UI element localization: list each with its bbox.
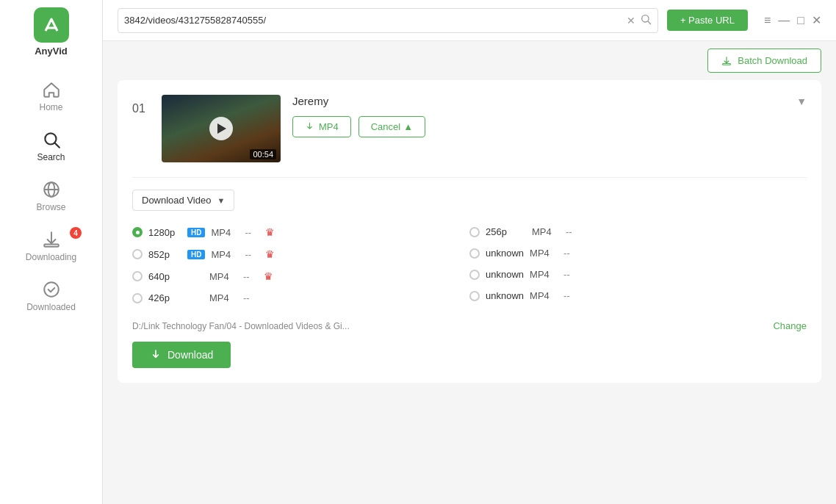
video-row: 01 00:54 Jeremy ▼ [132, 95, 807, 162]
quality-row-256[interactable]: 256p MP4 -- [469, 221, 807, 242]
dash-unknown2: -- [563, 269, 578, 280]
crown-icon-852: ♛ [265, 248, 275, 260]
radio-256[interactable] [469, 227, 480, 237]
video-title: Jeremy [292, 95, 328, 107]
sidebar-item-downloading[interactable]: 4 Downloading [0, 221, 102, 271]
download-button[interactable]: Download [132, 342, 231, 368]
sidebar-item-search[interactable]: Search [0, 121, 102, 171]
window-controls: ≡ — □ ✕ [764, 15, 821, 26]
mp4-label: MP4 [319, 121, 339, 132]
quality-row-unknown1[interactable]: unknown MP4 -- [469, 242, 807, 264]
dash-unknown1: -- [563, 248, 578, 259]
radio-852[interactable] [132, 249, 143, 259]
paste-url-button[interactable]: + Paste URL [667, 10, 748, 31]
res-426: 426p [148, 292, 181, 303]
url-input-wrap[interactable]: 3842/videos/4312755828740555/ ✕ [118, 8, 658, 33]
app-name: AnyVid [35, 46, 68, 57]
downloading-badge: 4 [70, 227, 82, 239]
content-area: 01 00:54 Jeremy ▼ [103, 80, 836, 504]
sidebar-label-browse: Browse [36, 202, 65, 212]
sidebar-item-browse[interactable]: Browse [0, 171, 102, 221]
menu-icon[interactable]: ≡ [764, 15, 771, 26]
video-info: Jeremy ▼ MP4 Cancel ▲ [292, 95, 807, 137]
browse-icon [42, 180, 61, 199]
downloaded-icon [42, 280, 61, 299]
download-type-row: Download Video ▼ [132, 190, 807, 211]
clear-url-button[interactable]: ✕ [627, 15, 635, 26]
sidebar-item-downloaded[interactable]: Downloaded [0, 271, 102, 321]
batch-download-label: Batch Download [738, 55, 807, 66]
video-duration: 00:54 [250, 149, 276, 159]
topbar: 3842/videos/4312755828740555/ ✕ + Paste … [103, 0, 836, 41]
dash-640: -- [243, 271, 258, 282]
close-button[interactable]: ✕ [812, 15, 821, 26]
res-256: 256p [486, 226, 519, 237]
format-256: MP4 [532, 226, 560, 237]
dash-1280: -- [245, 227, 259, 238]
chevron-down-icon[interactable]: ▼ [796, 96, 807, 107]
radio-426[interactable] [132, 293, 143, 303]
app-logo [34, 7, 69, 43]
home-icon [42, 80, 61, 99]
cancel-button[interactable]: Cancel ▲ [358, 116, 425, 137]
dash-426: -- [243, 292, 258, 303]
crown-icon-640: ♛ [264, 270, 273, 282]
quality-options-grid: 1280p HD MP4 -- ♛ 852p HD MP4 -- ♛ [132, 221, 807, 309]
svg-line-1 [54, 143, 59, 148]
url-display: 3842/videos/4312755828740555/ [124, 15, 622, 26]
res-unknown1: unknown [486, 248, 524, 259]
radio-640[interactable] [132, 271, 143, 281]
quality-row-426[interactable]: 426p MP4 -- [132, 287, 469, 309]
quality-col-left: 1280p HD MP4 -- ♛ 852p HD MP4 -- ♛ [132, 221, 469, 309]
batch-download-button[interactable]: Batch Download [707, 48, 821, 73]
sidebar-item-home[interactable]: Home [0, 71, 102, 121]
download-icon-mp4 [305, 122, 314, 132]
sidebar-label-home: Home [39, 102, 62, 112]
quality-row-852[interactable]: 852p HD MP4 -- ♛ [132, 243, 469, 265]
logo-area: AnyVid [34, 7, 69, 57]
download-type-dropdown[interactable]: Download Video ▼ [132, 190, 234, 211]
quality-col-right: 256p MP4 -- unknown MP4 -- unknown MP4 [469, 221, 807, 309]
svg-point-6 [44, 282, 59, 297]
dash-852: -- [245, 249, 259, 260]
radio-1280[interactable] [132, 227, 143, 237]
res-1280: 1280p [148, 227, 181, 238]
batch-bar: Batch Download [103, 41, 836, 80]
maximize-button[interactable]: □ [797, 15, 804, 26]
path-row: D:/Link Technology Fan/04 - Downloaded V… [132, 320, 807, 331]
video-index: 01 [132, 102, 150, 115]
play-button[interactable] [209, 117, 233, 140]
main-area: 3842/videos/4312755828740555/ ✕ + Paste … [103, 0, 836, 504]
cancel-label: Cancel [371, 121, 400, 132]
dash-256: -- [566, 226, 580, 237]
video-thumbnail[interactable]: 00:54 [162, 95, 281, 162]
download-type-label: Download Video [142, 195, 211, 206]
format-unknown3: MP4 [530, 290, 558, 301]
minimize-button[interactable]: — [778, 15, 790, 26]
mp4-button[interactable]: MP4 [292, 116, 351, 137]
download-btn-label: Download [167, 349, 213, 361]
sidebar: AnyVid Home Search Browse 4 Downloading [0, 0, 103, 504]
svg-rect-9 [723, 63, 731, 65]
video-title-row: Jeremy ▼ [292, 95, 807, 107]
quality-row-unknown3[interactable]: unknown MP4 -- [469, 285, 807, 306]
download-path: D:/Link Technology Fan/04 - Downloaded V… [132, 321, 765, 331]
dash-unknown3: -- [563, 290, 578, 301]
radio-unknown3[interactable] [469, 291, 480, 301]
format-426: MP4 [209, 292, 237, 303]
video-card: 01 00:54 Jeremy ▼ [118, 80, 821, 383]
quality-row-unknown2[interactable]: unknown MP4 -- [469, 264, 807, 285]
sidebar-label-downloading: Downloading [26, 252, 76, 262]
chevron-up-icon: ▲ [403, 121, 413, 132]
hd-badge-852: HD [187, 250, 205, 259]
quality-row-1280[interactable]: 1280p HD MP4 -- ♛ [132, 221, 469, 243]
search-icon [42, 130, 61, 149]
video-actions: MP4 Cancel ▲ [292, 116, 807, 137]
radio-unknown2[interactable] [469, 270, 480, 280]
res-unknown2: unknown [486, 269, 524, 280]
radio-unknown1[interactable] [469, 248, 480, 259]
change-path-link[interactable]: Change [773, 320, 807, 331]
quality-row-640[interactable]: 640p MP4 -- ♛ [132, 265, 469, 287]
dropdown-arrow-icon: ▼ [217, 196, 225, 205]
format-1280: MP4 [211, 227, 239, 238]
